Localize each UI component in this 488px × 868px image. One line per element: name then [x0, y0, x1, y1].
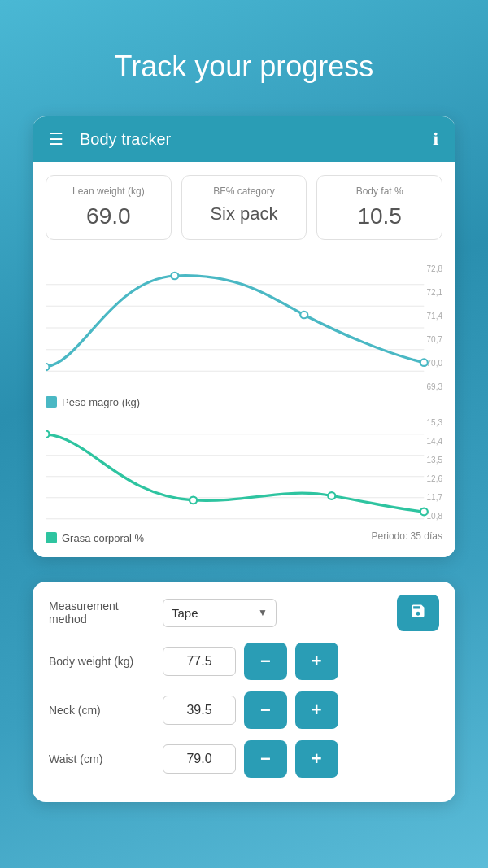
y-label: 72,1 — [427, 288, 442, 297]
chart1-legend: Peso magro (kg) — [46, 396, 442, 408]
waist-label: Waist (cm) — [49, 752, 155, 765]
app-bar: ☰ Body tracker ℹ — [33, 116, 455, 162]
info-icon[interactable]: ℹ — [433, 129, 439, 149]
y-label: 12,6 — [427, 474, 442, 483]
y-label: 14,4 — [427, 437, 442, 446]
neck-input[interactable] — [163, 696, 236, 725]
chart-section: 72,8 72,1 71,4 70,7 70,0 69,3 Peso magro… — [33, 253, 455, 557]
lean-weight-label: Lean weight (kg) — [72, 185, 145, 198]
chart2-legend-color — [46, 532, 57, 543]
periodo-label: Periodo: 35 días — [372, 530, 442, 542]
y-label: 72,8 — [427, 264, 442, 273]
body-fat-label: Body fat % — [356, 185, 403, 198]
body-weight-input[interactable] — [163, 647, 236, 676]
chart1-y-axis: 72,8 72,1 71,4 70,7 70,0 69,3 — [427, 263, 442, 393]
svg-point-16 — [328, 492, 335, 499]
input-section: Measurement method Tape ▼ Body weight (k… — [33, 582, 455, 802]
waist-plus-button[interactable]: + — [295, 740, 338, 778]
chevron-down-icon: ▼ — [258, 607, 268, 618]
page-title: Track your progress — [115, 49, 374, 84]
y-label: 11,7 — [427, 493, 442, 502]
y-label: 70,7 — [427, 335, 442, 344]
main-card: ☰ Body tracker ℹ Lean weight (kg) 69.0 B… — [33, 116, 455, 557]
waist-minus-button[interactable]: − — [244, 740, 287, 778]
lean-weight-value: 69.0 — [86, 203, 131, 229]
app-bar-title: Body tracker — [80, 130, 433, 149]
lean-weight-chart: 72,8 72,1 71,4 70,7 70,0 69,3 — [46, 263, 442, 393]
chart2-bottom: Grasa corporal % Periodo: 35 días — [46, 529, 442, 544]
svg-point-7 — [300, 312, 307, 319]
chart1-legend-label: Peso magro (kg) — [62, 396, 140, 408]
y-label: 10,8 — [427, 512, 442, 521]
body-fat-value: 10.5 — [357, 203, 402, 229]
y-label: 69,3 — [427, 382, 442, 391]
measurement-method-label: Measurement method — [49, 600, 155, 626]
measurement-method-row: Measurement method Tape ▼ — [49, 595, 439, 631]
y-label: 71,4 — [427, 312, 442, 321]
dropdown-value: Tape — [172, 606, 258, 620]
bf-category-label: BF% category — [213, 185, 274, 198]
bf-category-value: Six pack — [210, 203, 277, 225]
chart2-y-axis: 15,3 14,4 13,5 12,6 11,7 10,8 — [427, 417, 442, 522]
svg-point-14 — [46, 430, 50, 438]
stat-body-fat: Body fat % 10.5 — [316, 175, 442, 240]
y-label: 70,0 — [427, 359, 442, 368]
waist-row: Waist (cm) − + — [49, 740, 439, 778]
measurement-method-dropdown[interactable]: Tape ▼ — [163, 599, 277, 627]
menu-icon[interactable]: ☰ — [49, 129, 63, 149]
chart2-legend: Grasa corporal % — [46, 532, 144, 544]
body-weight-plus-button[interactable]: + — [295, 643, 338, 680]
neck-minus-button[interactable]: − — [244, 691, 287, 729]
body-weight-row: Body weight (kg) − + — [49, 643, 439, 680]
neck-plus-button[interactable]: + — [295, 691, 338, 729]
waist-input[interactable] — [163, 744, 236, 774]
neck-row: Neck (cm) − + — [49, 691, 439, 729]
stat-bf-category: BF% category Six pack — [181, 175, 307, 240]
chart2-legend-label: Grasa corporal % — [62, 532, 144, 544]
svg-point-15 — [190, 496, 197, 504]
svg-point-5 — [46, 364, 50, 371]
stat-lean-weight: Lean weight (kg) 69.0 — [46, 175, 172, 240]
body-weight-minus-button[interactable]: − — [244, 643, 287, 680]
body-weight-label: Body weight (kg) — [49, 655, 155, 668]
save-button[interactable] — [397, 595, 439, 631]
svg-point-6 — [171, 273, 178, 280]
y-label: 15,3 — [427, 418, 442, 427]
neck-label: Neck (cm) — [49, 704, 155, 717]
chart1-legend-color — [46, 396, 57, 408]
y-label: 13,5 — [427, 456, 442, 465]
stats-row: Lean weight (kg) 69.0 BF% category Six p… — [33, 162, 455, 253]
body-fat-chart: 15,3 14,4 13,5 12,6 11,7 10,8 — [46, 417, 442, 522]
